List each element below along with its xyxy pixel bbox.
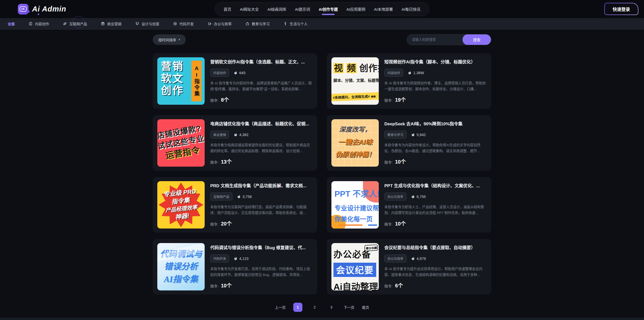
card-body: 营销软文创作AI指令集（含选题、标题、正文、... 内容创作 645 本 AI … xyxy=(210,57,313,105)
card-title[interactable]: 电商店铺优化指令集（商品描述、标题优化、促销... xyxy=(210,120,313,127)
fire-icon xyxy=(411,257,415,260)
card-thumbnail[interactable]: PPT 不求人! 专业设计建议帮 你美化每一页 xyxy=(331,181,379,229)
sort-dropdown[interactable]: 按时间排序 ▾ xyxy=(153,34,186,45)
view-count-value: 6,755 xyxy=(417,195,426,199)
instruction-count-label: 指令: xyxy=(210,221,218,226)
card-thumbnail[interactable]: 办公必备 会议纪要 Ai自动整理 建议收藏 xyxy=(331,243,379,290)
view-count-value: 4,123 xyxy=(239,257,248,261)
instruction-count-value: 10个 xyxy=(395,158,406,165)
category-badge: 内容创作 xyxy=(384,69,403,77)
instruction-count-label: 指令: xyxy=(384,98,393,103)
thumb-banner: #系统提问，全流程生成# ◉◉ xyxy=(331,92,379,101)
card-ppt-generation[interactable]: PPT 不求人! 专业设计建议帮 你美化每一页 PPT 生成与优化指令集（结构设… xyxy=(327,177,491,233)
card-body: PRD 文档生成指令集（产品功能拆解、需求文档... 互联网产品 3,758 本… xyxy=(210,181,313,229)
nav-item-ai-daily-news[interactable]: AI每日快讯 xyxy=(401,2,420,16)
card-thumbnail[interactable]: 专业级 PRD 指令集 产品经理效率 神器! xyxy=(157,181,205,229)
magnet-icon xyxy=(135,22,139,26)
card-prd-docs[interactable]: 专业级 PRD 指令集 产品经理效率 神器! PRD 文档生成指令集（产品功能拆… xyxy=(153,177,317,233)
card-title[interactable]: PRD 文档生成指令集（产品功能拆解、需求文档... xyxy=(210,182,313,189)
card-thumbnail[interactable]: 代码调试与 错误分析 AI指令集 xyxy=(157,243,205,290)
pagination-page-2[interactable]: 2 xyxy=(310,303,319,312)
category-code-dev[interactable]: 代码开发 xyxy=(173,21,194,26)
sort-label: 按时间排序 xyxy=(158,37,176,42)
card-title[interactable]: 营销软文创作AI指令集（含选题、标题、正文、... xyxy=(210,58,313,65)
fire-icon xyxy=(237,195,241,198)
brand-logo[interactable]: K Ai Admin xyxy=(18,4,66,15)
search-button[interactable]: 搜索 xyxy=(463,34,491,45)
instruction-count-value: 20个 xyxy=(221,220,232,227)
card-meta: 商业营销 4,382 xyxy=(210,131,313,139)
fire-icon xyxy=(411,133,415,137)
page: K Ai Admin 首页 AI网址大全 AI绘画词库 AI提示词 AI创作专题… xyxy=(0,0,644,320)
nav-item-ai-sites[interactable]: AI网址大全 xyxy=(240,2,259,16)
card-meta: 办公与效率 4,979 xyxy=(384,255,487,262)
card-body: 代码调试与错误分析指令集（Bug 修复建议、代... 代码开发 4,123 本指… xyxy=(210,243,313,290)
instruction-count-row: 指令: 19个 xyxy=(384,96,487,103)
logo-icon: K xyxy=(18,4,29,15)
card-title[interactable]: PPT 生成与优化指令集（结构设计、文案优化、... xyxy=(384,182,487,189)
card-body: 电商店铺优化指令集（商品描述、标题优化、促销... 商业营销 4,382 本指令… xyxy=(210,119,313,167)
instruction-count-row: 指令: 20个 xyxy=(210,220,313,227)
category-office-efficiency[interactable]: 办公与效率 xyxy=(207,21,232,26)
card-thumbnail[interactable]: 深度改写， 一键去AI味 伪原创神器！ xyxy=(331,119,379,167)
category-design-creativity[interactable]: 设计与创意 xyxy=(135,21,159,26)
card-short-video[interactable]: 视 频 创作指令 脚本、分镜、文案、标题等 #系统提问，全流程生成# ◉◉ 短视… xyxy=(327,53,491,109)
card-title[interactable]: 会议纪要与总结指令集（要点提取、自动摘要） xyxy=(384,244,487,250)
card-thumbnail[interactable]: 营销 软文 创作 AI指令集 xyxy=(157,57,205,105)
category-business-marketing[interactable]: 商业营销 xyxy=(101,21,121,26)
pagination-page-1[interactable]: 1 xyxy=(293,303,302,312)
pagination-prev[interactable]: 上一页 xyxy=(275,305,286,310)
card-thumbnail[interactable]: 店铺没爆款? 试试这些专业 运营指令 xyxy=(157,119,205,167)
nav-item-home[interactable]: 首页 xyxy=(223,2,231,16)
quick-login-button[interactable]: 快速登录 xyxy=(604,3,638,15)
thumb-line: 一键去AI味 xyxy=(333,137,377,146)
thumb-side-banner: AI指令集 xyxy=(191,61,202,101)
category-education-learning[interactable]: 教育与学习 xyxy=(245,21,270,26)
instruction-count-label: 指令: xyxy=(210,159,218,165)
category-badge: 办公与效率 xyxy=(384,255,407,262)
card-title[interactable]: 代码调试与错误分析指令集（Bug 修复建议、代... xyxy=(210,244,313,250)
view-count-value: 4,979 xyxy=(417,257,426,261)
nav-item-ai-topics-active[interactable]: AI创作专题 xyxy=(319,2,338,16)
card-ecommerce-shop[interactable]: 店铺没爆款? 试试这些专业 运营指令 电商店铺优化指令集（商品描述、标题优化、促… xyxy=(153,115,317,171)
main-nav: 首页 AI网址大全 AI绘画词库 AI提示词 AI创作专题 AI应用案例 AI本… xyxy=(215,2,429,16)
instruction-count-value: 10个 xyxy=(395,220,406,227)
card-marketing-copywriting[interactable]: 营销 软文 创作 AI指令集 营销软文创作AI指令集（含选题、标题、正文、...… xyxy=(153,53,317,109)
nav-item-ai-local-deploy[interactable]: AI本地部署 xyxy=(374,2,393,16)
card-deepseek-rewrite[interactable]: 深度改写， 一键去AI味 伪原创神器！ DeepSeek 去AI味，90%降到1… xyxy=(327,115,491,171)
view-count-value: 645 xyxy=(239,71,245,75)
card-description: 本指令集为电商店铺运营者提供全面的优化建议，帮助提升商品页面的转化率。通过优化商… xyxy=(210,142,313,154)
nav-item-ai-prompts[interactable]: AI提示词 xyxy=(295,2,310,16)
card-meeting-minutes[interactable]: 办公必备 会议纪要 Ai自动整理 建议收藏 会议纪要与总结指令集（要点提取、自动… xyxy=(327,239,491,295)
fire-icon xyxy=(234,133,237,137)
card-meta: 内容创作 1.38W xyxy=(384,69,487,77)
card-title[interactable]: 短视频创作AI指令集（脚本、分镜、标题优化） xyxy=(384,58,487,65)
category-all[interactable]: 全部 xyxy=(8,21,15,26)
card-title[interactable]: DeepSeek 去AI味，90%降到10%指令集 xyxy=(384,120,487,127)
pagination-page-3[interactable]: 3 xyxy=(327,303,336,312)
instruction-count-row: 指令: 8个 xyxy=(210,96,313,103)
instruction-count-value: 19个 xyxy=(395,96,406,103)
thumb-headline: 视 频 创作指令 xyxy=(333,61,379,74)
instruction-count-row: 指令: 6个 xyxy=(384,282,487,289)
card-meta: 办公与效率 6,755 xyxy=(384,193,487,201)
card-body: 会议纪要与总结指令集（要点提取、自动摘要） 办公与效率 4,979 本 AI 指… xyxy=(384,243,487,290)
thumb-line: 伪原创神器！ xyxy=(333,149,377,158)
search-input[interactable] xyxy=(407,38,463,42)
category-life-personal[interactable]: 生活与个人 xyxy=(283,21,307,26)
view-count-value: 3,758 xyxy=(243,195,252,199)
thumb-headline: 店铺没爆款? 试试这些专业 运营指令 xyxy=(157,123,205,163)
thumb-line: AI指令集 xyxy=(164,273,198,286)
content-column: 按时间排序 ▾ 搜索 营销 软文 创作 AI指令集 xyxy=(153,34,491,312)
category-content-creation[interactable]: 内容创作 xyxy=(29,21,49,26)
pagination-last[interactable]: 尾页 xyxy=(362,305,369,310)
instruction-count-label: 指令: xyxy=(210,98,218,103)
card-code-debugging[interactable]: 代码调试与 错误分析 AI指令集 代码调试与错误分析指令集（Bug 修复建议、代… xyxy=(153,239,317,295)
instruction-count-label: 指令: xyxy=(384,221,393,226)
chevron-down-icon: ▾ xyxy=(179,38,180,41)
nav-item-ai-cases[interactable]: AI应用案例 xyxy=(346,2,365,16)
nav-item-ai-art-lexicon[interactable]: AI绘画词库 xyxy=(268,2,286,16)
card-thumbnail[interactable]: 视 频 创作指令 脚本、分镜、文案、标题等 #系统提问，全流程生成# ◉◉ xyxy=(331,57,379,105)
search-box: 搜索 xyxy=(407,34,491,45)
pagination-next[interactable]: 下一页 xyxy=(344,305,354,310)
